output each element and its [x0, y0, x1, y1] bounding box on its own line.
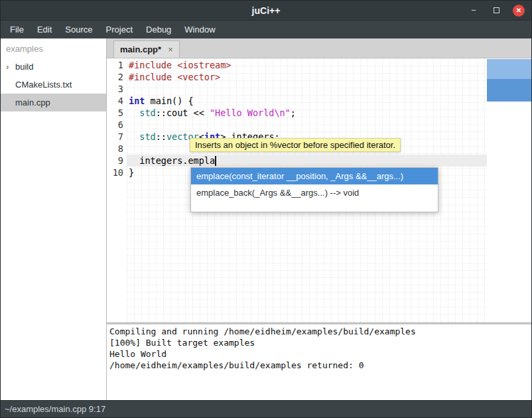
line-number: 10	[108, 167, 123, 178]
menubar: FileEditSourceProjectDebugWindow	[1, 21, 531, 38]
code-line-9[interactable]: integers.empla	[127, 155, 487, 167]
close-button[interactable]: ✕	[513, 5, 525, 17]
doc-tooltip: Inserts an object in %vector before spec…	[190, 138, 401, 152]
autocomplete-popup: emplace(const_iterator __position, _Args…	[190, 167, 438, 212]
minimap-slider[interactable]	[487, 59, 531, 102]
line-number: 2	[108, 71, 123, 83]
line-number: 3	[108, 83, 123, 95]
source-editor: 12345678910 #include <iostream>#include …	[107, 58, 531, 322]
tree-item-label: build	[15, 62, 33, 72]
line-number: 4	[108, 95, 123, 107]
file-browser-sidebar: examples ›buildCMakeLists.txtmain.cpp	[1, 38, 107, 400]
menu-item-project[interactable]: Project	[100, 21, 139, 38]
minimize-button[interactable]: −	[468, 5, 480, 17]
terminal-line: Compiling and running /home/eidheim/exam…	[109, 326, 531, 337]
tabbar: main.cpp* ×	[107, 38, 531, 58]
tree-item-cmakelists-txt[interactable]: CMakeLists.txt	[1, 76, 106, 94]
terminal-output[interactable]: Compiling and running /home/eidheim/exam…	[107, 324, 531, 400]
window-controls: − ✕	[468, 5, 531, 17]
titlebar: juCi++ − ✕	[1, 1, 531, 21]
tab-main-cpp[interactable]: main.cpp* ×	[113, 40, 180, 58]
line-number: 9	[108, 155, 123, 167]
chevron-right-icon[interactable]: ›	[6, 62, 15, 72]
tree-item-build[interactable]: ›build	[1, 58, 106, 76]
terminal-line: Hello World	[109, 348, 531, 360]
tree-item-label: CMakeLists.txt	[15, 80, 72, 90]
terminal-line: /home/eidheim/examples/build/examples re…	[109, 360, 531, 371]
menu-item-edit[interactable]: Edit	[31, 21, 58, 38]
menu-item-source[interactable]: Source	[58, 21, 99, 38]
code-line-6[interactable]	[127, 119, 487, 131]
completion-item-1[interactable]: emplace_back(_Args &&__args...) --> void	[191, 184, 438, 201]
terminal-line: [100%] Built target examples	[109, 337, 531, 348]
project-root-label: examples	[1, 38, 106, 58]
line-number: 6	[108, 119, 123, 131]
line-number: 5	[108, 107, 123, 119]
file-tree: ›buildCMakeLists.txtmain.cpp	[1, 58, 106, 111]
jucipp-window: juCi++ − ✕ FileEditSourceProjectDebugWin…	[0, 0, 532, 418]
tab-label: main.cpp*	[120, 44, 161, 54]
minimap	[487, 58, 531, 322]
editor-column: main.cpp* × 12345678910 #include <iostre…	[107, 38, 531, 400]
completion-item-0[interactable]: emplace(const_iterator __position, _Args…	[191, 168, 438, 184]
main-area: examples ›buildCMakeLists.txtmain.cpp ma…	[1, 38, 531, 400]
code-line-3[interactable]	[127, 83, 487, 95]
menu-item-window[interactable]: Window	[178, 21, 222, 38]
line-number: 1	[108, 59, 123, 71]
code-line-4[interactable]: int main() {	[127, 95, 487, 107]
maximize-icon	[494, 7, 499, 13]
menu-item-debug[interactable]: Debug	[139, 21, 178, 38]
menu-item-file[interactable]: File	[3, 21, 31, 38]
maximize-button[interactable]	[490, 5, 502, 17]
tab-close-icon[interactable]: ×	[168, 44, 173, 54]
line-number-gutter: 12345678910	[107, 58, 127, 322]
status-file-position: ~/examples/main.cpp 9:17	[5, 404, 105, 414]
tree-item-main-cpp[interactable]: main.cpp	[1, 94, 106, 111]
code-line-1[interactable]: #include <iostream>	[127, 59, 487, 71]
window-title: juCi++	[1, 5, 531, 16]
code-line-2[interactable]: #include <vector>	[127, 71, 487, 83]
line-number: 8	[108, 143, 123, 155]
line-number: 7	[108, 131, 123, 143]
text-cursor	[215, 156, 216, 166]
tree-item-label: main.cpp	[15, 98, 50, 107]
statusbar: ~/examples/main.cpp 9:17	[1, 400, 531, 417]
code-line-5[interactable]: std::cout << "Hello World\n";	[127, 107, 487, 119]
